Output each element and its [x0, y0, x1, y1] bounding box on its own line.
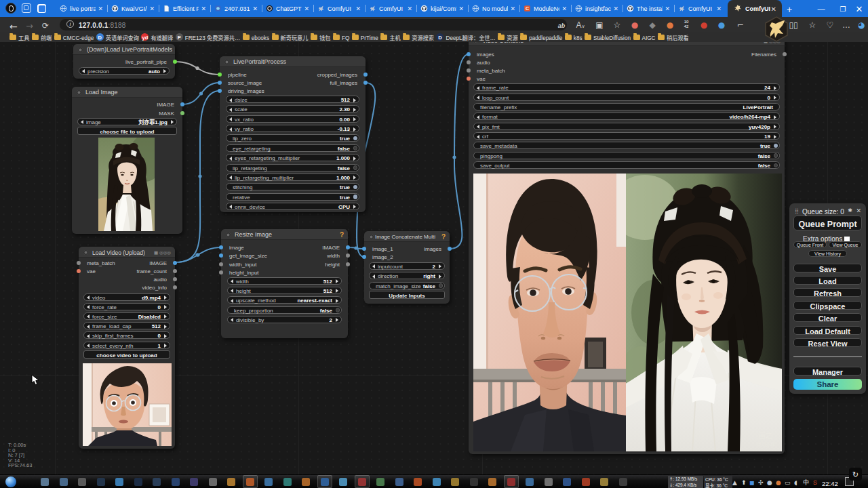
- svg-text:@刘亦菲: @刘亦菲: [756, 441, 775, 447]
- svg-text:画之: 画之: [759, 430, 772, 440]
- svg-text:C: C: [526, 5, 529, 12]
